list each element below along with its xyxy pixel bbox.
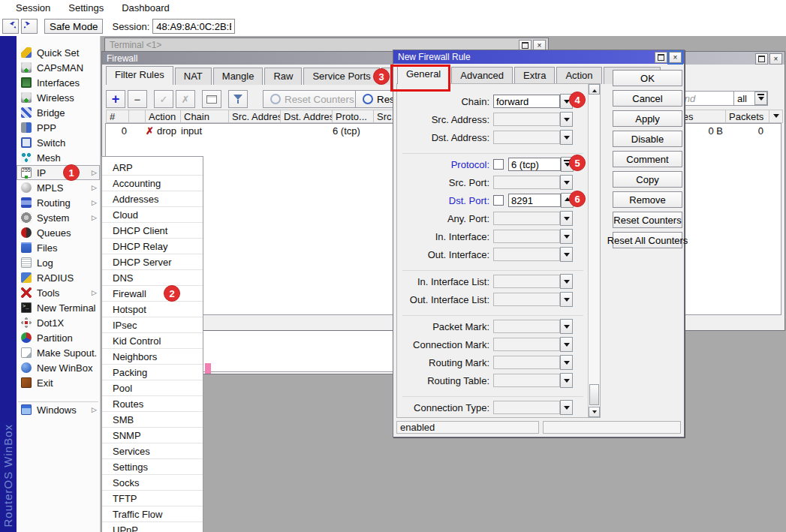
chevron-down-icon[interactable]	[560, 292, 573, 307]
field-input[interactable]	[493, 275, 560, 288]
sidebar-item-bridge[interactable]: Bridge	[17, 105, 100, 120]
dialog-maximize-button[interactable]	[655, 52, 667, 63]
safe-mode-button[interactable]: Safe Mode	[44, 19, 103, 34]
sidebar-item-dot1x[interactable]: Dot1X	[17, 315, 100, 330]
invert-checkbox[interactable]	[493, 159, 504, 170]
submenu-item-accounting[interactable]: Accounting	[102, 176, 203, 191]
menu-settings[interactable]: Settings	[60, 1, 112, 16]
sidebar-item-quick-set[interactable]: Quick Set	[17, 45, 100, 60]
dialog-button-copy[interactable]: Copy	[613, 171, 682, 188]
sidebar-item-ip[interactable]: IP ▷ 1	[17, 165, 100, 180]
submenu-item-snmp[interactable]: SNMP	[102, 428, 203, 443]
field-input[interactable]	[493, 212, 560, 225]
sidebar-item-tools[interactable]: Tools ▷	[17, 285, 100, 300]
submenu-item-pool[interactable]: Pool	[102, 380, 203, 396]
submenu-item-dhcp-relay[interactable]: DHCP Relay	[102, 239, 203, 254]
sidebar-item-windows[interactable]: Windows ▷	[17, 402, 100, 417]
field-input[interactable]	[493, 338, 560, 351]
scrollbar-thumb[interactable]	[589, 384, 599, 405]
submenu-item-settings[interactable]: Settings	[102, 459, 203, 475]
dialog-tab-extra[interactable]: Extra	[514, 67, 555, 84]
submenu-item-packing[interactable]: Packing	[102, 365, 203, 380]
dialog-close-button[interactable]: ×	[669, 52, 682, 63]
sidebar-separator[interactable]	[18, 390, 98, 402]
submenu-item-dns[interactable]: DNS	[102, 270, 203, 286]
chevron-down-icon[interactable]	[560, 355, 573, 370]
dialog-button-reset-all-counters[interactable]: Reset All Counters	[613, 232, 682, 248]
dialog-button-disable[interactable]: Disable	[613, 131, 682, 147]
field-input[interactable]	[493, 356, 560, 369]
chevron-down-icon[interactable]	[560, 274, 573, 289]
field-input[interactable]	[493, 95, 560, 108]
field-input[interactable]	[493, 131, 560, 144]
disable-rule-button[interactable]	[176, 90, 195, 108]
submenu-item-addresses[interactable]: Addresses	[102, 191, 203, 207]
field-input[interactable]	[493, 401, 560, 414]
sidebar-item-wireless[interactable]: Wireless	[17, 90, 100, 105]
remove-rule-button[interactable]	[128, 90, 147, 108]
undo-button[interactable]	[2, 19, 19, 34]
submenu-item-upnp[interactable]: UPnP	[102, 522, 203, 532]
dialog-tab-advanced[interactable]: Advanced	[451, 67, 513, 84]
filter-button[interactable]	[228, 90, 248, 108]
sidebar-item-switch[interactable]: Switch	[17, 135, 100, 150]
sidebar-item-system[interactable]: System ▷	[17, 210, 100, 225]
field-input[interactable]	[493, 248, 560, 261]
sidebar-item-make-supout-rif[interactable]: Make Supout.rif	[17, 345, 100, 360]
sidebar-item-new-terminal[interactable]: New Terminal	[17, 300, 100, 315]
submenu-item-firewall[interactable]: Firewall 2	[102, 286, 203, 302]
field-input[interactable]	[493, 293, 560, 306]
submenu-item-ipsec[interactable]: IPsec	[102, 317, 203, 333]
dialog-button-comment[interactable]: Comment	[613, 151, 682, 167]
submenu-item-hotspot[interactable]: Hotspot	[102, 302, 203, 317]
dialog-title-bar[interactable]: New Firewall Rule ×	[393, 50, 684, 64]
submenu-item-kid-control[interactable]: Kid Control	[102, 333, 203, 349]
chevron-down-icon[interactable]	[560, 373, 573, 388]
chevron-down-icon[interactable]	[560, 247, 573, 262]
chevron-down-icon[interactable]	[754, 92, 767, 105]
fw-tab-service-ports[interactable]: Service Ports	[303, 68, 379, 85]
menu-dashboard[interactable]: Dashboard	[113, 1, 178, 16]
sidebar-item-routing[interactable]: Routing ▷	[17, 195, 100, 210]
menu-session[interactable]: Session	[8, 1, 59, 16]
submenu-item-smb[interactable]: SMB	[102, 412, 203, 428]
chevron-down-icon[interactable]	[560, 229, 573, 244]
chevron-down-icon[interactable]	[560, 211, 573, 226]
submenu-item-socks[interactable]: Socks	[102, 475, 203, 491]
fw-tab-raw[interactable]: Raw	[264, 68, 302, 85]
dialog-tab-action[interactable]: Action	[556, 67, 601, 84]
chevron-down-icon[interactable]	[560, 175, 573, 190]
column-filter-button[interactable]	[769, 110, 783, 123]
firewall-close-button[interactable]: ×	[769, 53, 782, 65]
sidebar-item-capsman[interactable]: CAPsMAN	[17, 60, 100, 75]
chevron-down-icon[interactable]	[560, 400, 573, 415]
chevron-down-icon[interactable]	[560, 130, 573, 145]
fw-tab-nat[interactable]: NAT	[175, 68, 212, 85]
dialog-button-ok[interactable]: OK	[613, 70, 682, 86]
submenu-item-neighbors[interactable]: Neighbors	[102, 349, 203, 365]
fw-tab-filter-rules[interactable]: Filter Rules	[106, 66, 173, 85]
session-id-field[interactable]	[152, 19, 235, 34]
invert-checkbox[interactable]	[493, 195, 504, 206]
dialog-scrollbar[interactable]	[588, 84, 600, 417]
sidebar-item-interfaces[interactable]: Interfaces	[17, 75, 100, 90]
chevron-down-icon[interactable]	[560, 337, 573, 352]
submenu-item-routes[interactable]: Routes	[102, 396, 203, 412]
reset-counters-button[interactable]: Reset Counters	[263, 90, 362, 108]
sidebar-item-partition[interactable]: Partition	[17, 330, 100, 345]
scroll-down-icon[interactable]	[589, 407, 600, 417]
submenu-item-cloud[interactable]: Cloud	[102, 207, 203, 223]
dialog-button-cancel[interactable]: Cancel	[613, 90, 682, 107]
dialog-button-reset-counters[interactable]: Reset Counters	[613, 212, 682, 228]
sidebar-item-radius[interactable]: RADIUS	[17, 270, 100, 285]
fw-tab-mangle[interactable]: Mangle	[213, 68, 264, 85]
dialog-button-apply[interactable]: Apply	[613, 110, 682, 127]
field-input[interactable]	[493, 320, 560, 333]
enable-rule-button[interactable]	[154, 90, 173, 108]
firewall-maximize-button[interactable]	[755, 53, 768, 65]
submenu-item-dhcp-client[interactable]: DHCP Client	[102, 223, 203, 239]
sidebar-item-queues[interactable]: Queues	[17, 225, 100, 240]
sidebar-item-files[interactable]: Files	[17, 240, 100, 255]
filter-select[interactable]: all	[733, 91, 768, 106]
field-input[interactable]	[493, 113, 560, 126]
